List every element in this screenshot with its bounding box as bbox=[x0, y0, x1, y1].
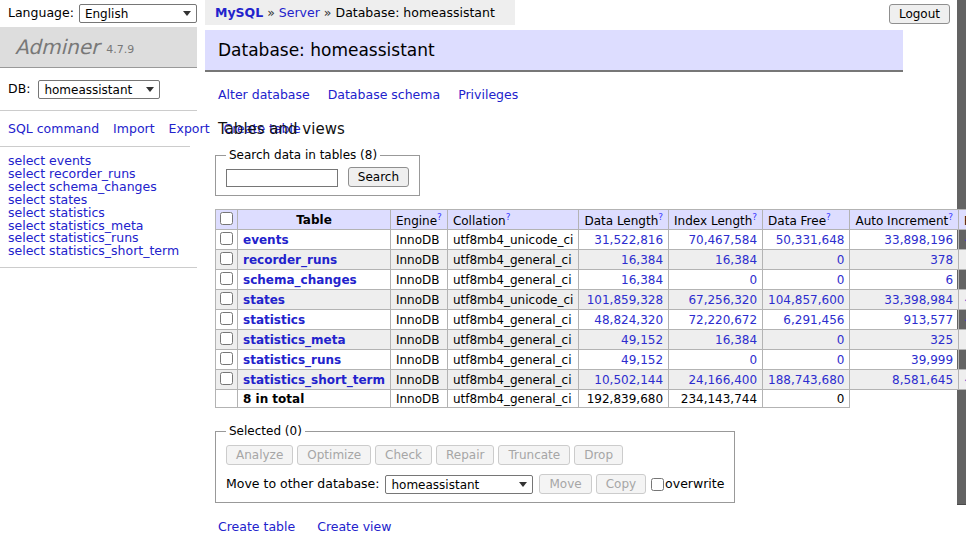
overwrite-checkbox[interactable] bbox=[651, 478, 664, 491]
table-name-link[interactable]: statistics_runs bbox=[243, 353, 341, 367]
repair-button[interactable]: Repair bbox=[436, 445, 494, 465]
logout-button[interactable]: Logout bbox=[889, 4, 950, 24]
drop-button[interactable]: Drop bbox=[574, 445, 623, 465]
check-button[interactable]: Check bbox=[375, 445, 432, 465]
row-checkbox[interactable] bbox=[220, 252, 233, 265]
db-label: DB: bbox=[8, 81, 30, 96]
table-row: statistics_short_termInnoDButf8mb4_gener… bbox=[216, 370, 966, 390]
collation-cell: utf8mb4_general_ci bbox=[447, 370, 579, 390]
row-checkbox[interactable] bbox=[220, 272, 233, 285]
table-name-link[interactable]: states bbox=[243, 293, 285, 307]
alter-database-link[interactable]: Alter database bbox=[218, 87, 310, 102]
engine-cell: InnoDB bbox=[390, 350, 447, 370]
breadcrumb-server-link[interactable]: Server bbox=[279, 5, 320, 20]
row-checkbox[interactable] bbox=[220, 312, 233, 325]
select-all-checkbox[interactable] bbox=[220, 212, 233, 225]
app-title: Adminer 4.7.9 bbox=[0, 27, 197, 68]
total-data-free-cell: 0 bbox=[763, 390, 850, 408]
collation-cell: utf8mb4_unicode_ci bbox=[447, 290, 579, 310]
rows-cell: ~ 244 bbox=[959, 330, 966, 350]
column-header-label: Table bbox=[296, 213, 332, 227]
data-free-cell: 0 bbox=[763, 330, 850, 350]
table-row: statisticsInnoDButf8mb4_general_ci48,824… bbox=[216, 310, 966, 330]
data-free-cell: 188,743,680 bbox=[763, 370, 850, 390]
table-name-link[interactable]: statistics_short_term bbox=[243, 373, 385, 387]
auto-increment-cell: 33,398,984 bbox=[850, 290, 959, 310]
app-name: Adminer bbox=[15, 35, 99, 59]
table-name-link[interactable]: events bbox=[243, 233, 289, 247]
dropdown-arrow-icon bbox=[146, 87, 154, 92]
sidebar: Adminer 4.7.9 DB: homeassistant SQL comm… bbox=[0, 27, 197, 268]
table-name-cell: states bbox=[238, 290, 391, 310]
engine-cell: InnoDB bbox=[390, 310, 447, 330]
total-engine-cell: InnoDB bbox=[390, 390, 447, 408]
row-checkbox[interactable] bbox=[220, 352, 233, 365]
auto-increment-cell: 913,577 bbox=[850, 310, 959, 330]
sidebar-link-sql-command[interactable]: SQL command bbox=[8, 121, 99, 136]
row-checkbox[interactable] bbox=[220, 292, 233, 305]
database-schema-link[interactable]: Database schema bbox=[328, 87, 440, 102]
data-length-cell: 49,152 bbox=[579, 330, 669, 350]
help-link[interactable]: ? bbox=[658, 212, 663, 222]
table-row: statistics_runsInnoDButf8mb4_general_ci4… bbox=[216, 350, 966, 370]
table-name-cell: recorder_runs bbox=[238, 250, 391, 270]
db-select[interactable]: homeassistant bbox=[38, 80, 160, 99]
rows-cell: ~ 628 bbox=[959, 350, 966, 370]
copy-button[interactable]: Copy bbox=[596, 474, 646, 494]
table-name-link[interactable]: recorder_runs bbox=[243, 253, 337, 267]
help-link[interactable]: ? bbox=[826, 212, 831, 222]
index-length-cell: 0 bbox=[669, 350, 763, 370]
row-checkbox-cell bbox=[216, 330, 238, 350]
language-select[interactable]: English bbox=[79, 4, 197, 23]
data-length-cell: 48,824,320 bbox=[579, 310, 669, 330]
data-length-cell: 101,859,328 bbox=[579, 290, 669, 310]
move-button[interactable]: Move bbox=[539, 474, 591, 494]
optimize-button[interactable]: Optimize bbox=[297, 445, 371, 465]
help-link[interactable]: ? bbox=[948, 212, 953, 222]
column-header-rows: Rows? bbox=[959, 210, 966, 230]
table-name-link[interactable]: schema_changes bbox=[243, 273, 357, 287]
collation-cell: utf8mb4_general_ci bbox=[447, 310, 579, 330]
table-row: recorder_runsInnoDButf8mb4_general_ci16,… bbox=[216, 250, 966, 270]
index-length-cell: 67,256,320 bbox=[669, 290, 763, 310]
row-checkbox-cell bbox=[216, 350, 238, 370]
dropdown-arrow-icon bbox=[519, 482, 527, 487]
row-checkbox[interactable] bbox=[220, 232, 233, 245]
breadcrumb-mysql-link[interactable]: MySQL bbox=[215, 5, 263, 20]
table-row: statistics_metaInnoDButf8mb4_general_ci4… bbox=[216, 330, 966, 350]
table-name-link[interactable]: statistics_meta bbox=[243, 333, 346, 347]
search-button[interactable]: Search bbox=[348, 167, 409, 187]
sidebar-link-export[interactable]: Export bbox=[169, 121, 210, 136]
help-link[interactable]: ? bbox=[752, 212, 757, 222]
rows-cell: ~ 312,180 bbox=[959, 230, 966, 250]
table-name-cell: statistics_runs bbox=[238, 350, 391, 370]
rows-cell: ~ 569,159 bbox=[959, 310, 966, 330]
row-checkbox[interactable] bbox=[220, 372, 233, 385]
truncate-button[interactable]: Truncate bbox=[498, 445, 570, 465]
row-checkbox[interactable] bbox=[220, 332, 233, 345]
move-database-select[interactable]: homeassistant bbox=[385, 475, 533, 494]
selected-fieldset: Selected (0) AnalyzeOptimizeCheckRepairT… bbox=[215, 424, 735, 503]
sidebar-select-table-link[interactable]: select statistics_short_term bbox=[8, 245, 189, 258]
data-length-cell: 10,502,144 bbox=[579, 370, 669, 390]
engine-cell: InnoDB bbox=[390, 250, 447, 270]
table-name-link[interactable]: statistics bbox=[243, 313, 305, 327]
auto-increment-cell: 6 bbox=[850, 270, 959, 290]
sidebar-link-import[interactable]: Import bbox=[113, 121, 155, 136]
create-table-link[interactable]: Create table bbox=[218, 519, 295, 534]
index-length-cell: 0 bbox=[669, 270, 763, 290]
analyze-button[interactable]: Analyze bbox=[226, 445, 293, 465]
search-input[interactable] bbox=[226, 169, 338, 187]
total-index-length-cell: 234,143,744 bbox=[669, 390, 763, 408]
help-link[interactable]: ? bbox=[506, 212, 511, 222]
data-free-cell: 0 bbox=[763, 350, 850, 370]
data-length-cell: 31,522,816 bbox=[579, 230, 669, 250]
help-link[interactable]: ? bbox=[437, 212, 442, 222]
data-free-cell: 0 bbox=[763, 250, 850, 270]
create-view-link[interactable]: Create view bbox=[317, 519, 391, 534]
collation-cell: utf8mb4_general_ci bbox=[447, 330, 579, 350]
tables-and-views-heading: Tables and views bbox=[218, 120, 905, 138]
privileges-link[interactable]: Privileges bbox=[458, 87, 518, 102]
data-length-cell: 49,152 bbox=[579, 350, 669, 370]
search-legend: Search data in tables (8) bbox=[226, 148, 380, 162]
